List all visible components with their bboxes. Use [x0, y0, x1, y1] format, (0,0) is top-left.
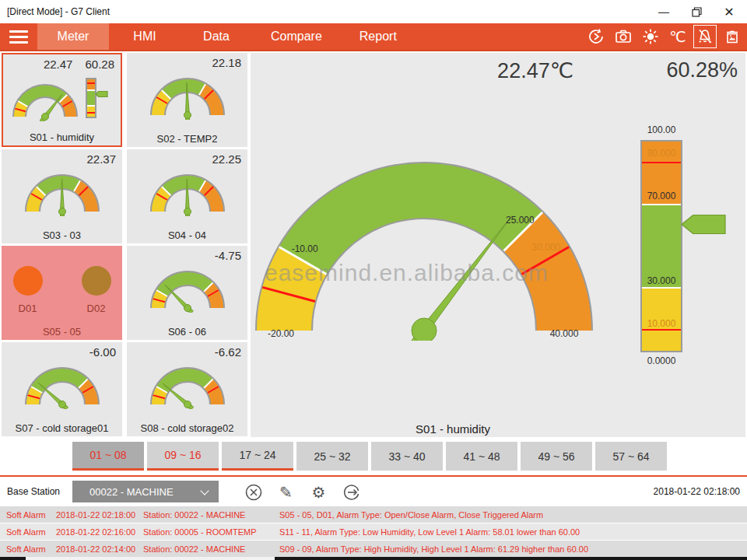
tile-label: S05 - 05 [2, 326, 122, 338]
alarm-row[interactable]: Soft Alarm2018-01-22 02:18:00Station: 00… [0, 506, 747, 523]
alarm-time: 2018-01-22 02:16:00 [56, 527, 143, 537]
alarm-station: Station: 00005 - ROOMTEMP [143, 527, 279, 537]
tile-label: S06 - 06 [127, 326, 247, 338]
tile-value: 22.4760.28 [3, 58, 114, 71]
tile-value-primary: -6.00 [89, 345, 116, 359]
bar-tick-label: 90.000 [637, 148, 686, 159]
nav-tab-meter[interactable]: Meter [37, 23, 109, 50]
meter-group-tabs: 01 ~ 0809 ~ 1617 ~ 2425 ~ 3233 ~ 4041 ~ … [72, 442, 670, 471]
cancel-icon[interactable] [243, 481, 264, 502]
sync-icon[interactable] [584, 25, 608, 48]
alarm-mute-icon[interactable] [693, 25, 717, 48]
alarm-type: Soft Alarm [6, 527, 56, 537]
horizontal-scrollbar[interactable] [0, 557, 747, 560]
channel-d01: D01 [13, 266, 43, 314]
tile-label: S02 - TEMP2 [127, 133, 247, 145]
digital-channels: D01D02 [2, 266, 122, 314]
meter-tile-s02[interactable]: 22.18S02 - TEMP2 [127, 53, 247, 147]
tile-value: -6.62 [127, 345, 241, 359]
tile-value: -4.75 [127, 249, 241, 262]
alarm-row[interactable]: Soft Alarm2018-01-22 02:16:00Station: 00… [0, 523, 747, 540]
camera-icon[interactable] [612, 25, 635, 48]
gauge-dial [8, 76, 82, 121]
meter-tile-s07[interactable]: -6.00S07 - cold storage01 [2, 342, 122, 436]
tile-label: S08 - cold storage02 [127, 422, 247, 434]
bar-tick-label: 70.000 [637, 191, 686, 201]
tile-value: 22.37 [2, 152, 116, 166]
edit-icon[interactable]: ✎ [275, 481, 296, 502]
bar-pointer-icon [681, 214, 726, 235]
meter-tile-s05[interactable]: D01D02S05 - 05 [2, 246, 122, 340]
group-tab-0108[interactable]: 01 ~ 08 [72, 442, 144, 471]
gauge-dial [145, 264, 230, 313]
meter-tile-s08[interactable]: -6.62S08 - cold storage02 [127, 342, 247, 436]
tile-label: S01 - humidity [3, 131, 121, 143]
app-window: [Direct Mode] - G7 Client — ✕ MeterHMIDa… [0, 0, 747, 560]
meter-tile-s03[interactable]: 22.37S03 - 03 [2, 149, 122, 243]
mini-bar-gauge [86, 78, 110, 120]
group-tab-2532[interactable]: 25 ~ 32 [296, 442, 368, 471]
settings-icon[interactable]: ⚙ [308, 481, 329, 502]
nav-bar: MeterHMIDataCompareReport [0, 23, 747, 51]
nav-tab-compare[interactable]: Compare [252, 23, 341, 50]
bar-pointer-icon [95, 90, 108, 98]
channel-label: D02 [87, 303, 106, 314]
tile-value-primary: -6.62 [215, 345, 241, 359]
tile-value-primary: -4.75 [215, 249, 241, 262]
minimize-icon[interactable]: — [651, 0, 677, 23]
group-tab-1724[interactable]: 17 ~ 24 [222, 442, 293, 471]
tile-value-secondary: 60.28 [85, 58, 114, 71]
tile-value-primary: 22.37 [86, 152, 116, 166]
channel-d02: D02 [82, 266, 111, 314]
title-bar: [Direct Mode] - G7 Client — ✕ [0, 0, 747, 23]
gauge-tick-label: 30.000 [532, 242, 561, 253]
clear-image-icon[interactable] [721, 25, 744, 48]
group-tab-4956[interactable]: 49 ~ 56 [521, 442, 592, 471]
toolbar-icons: ✎ ⚙ [243, 481, 362, 502]
main-meter-panel: 22.47℃ 60.28% easemind.en.alibaba.com S0… [251, 53, 745, 437]
meter-tile-s06[interactable]: -4.75S06 - 06 [127, 246, 247, 340]
group-tab-0916[interactable]: 09 ~ 16 [147, 442, 219, 471]
group-tab-4148[interactable]: 41 ~ 48 [446, 442, 517, 471]
tile-value: 22.18 [127, 56, 241, 69]
alarm-station: Station: 00022 - MACHINE [143, 510, 279, 520]
gauge-dial [145, 361, 230, 409]
tile-value: -6.00 [2, 345, 116, 359]
group-tab-5764[interactable]: 57 ~ 64 [595, 442, 667, 471]
alarm-time: 2018-01-22 02:18:00 [56, 510, 143, 520]
tile-value-primary: 22.25 [212, 152, 241, 166]
bar-gauge [86, 78, 96, 118]
alarm-list: Soft Alarm2018-01-22 02:18:00Station: 00… [0, 506, 747, 558]
tile-label: S07 - cold storage01 [2, 422, 122, 434]
channel-label: D01 [19, 303, 37, 314]
alarm-station: Station: 00022 - MACHINE [143, 544, 279, 554]
nav-tab-data[interactable]: Data [181, 23, 252, 50]
brightness-icon[interactable] [639, 25, 662, 48]
main-gauge-sensor-label: S01 - humidity [251, 422, 655, 436]
restore-icon[interactable] [683, 0, 710, 23]
scrollbar-thumb[interactable] [26, 557, 275, 560]
gauge-tick-label: -20.00 [268, 328, 294, 339]
meter-tile-s04[interactable]: 22.25S04 - 04 [127, 149, 247, 243]
group-tab-3340[interactable]: 33 ~ 40 [371, 442, 443, 471]
base-station-select[interactable]: 00022 - MACHINE [72, 481, 219, 502]
meter-tile-s01[interactable]: 22.4760.28S01 - humidity [2, 53, 122, 147]
bar-tick-label: 30.000 [637, 275, 686, 286]
gauge-dial [145, 72, 230, 120]
alarm-row[interactable]: Soft Alarm2018-01-22 02:14:00Station: 00… [0, 541, 747, 557]
base-station-value: 00022 - MACHINE [89, 486, 174, 498]
bar-tick-label: 0.0000 [637, 355, 686, 366]
close-icon[interactable]: ✕ [716, 0, 742, 23]
nav-tab-hmi[interactable]: HMI [109, 23, 181, 50]
menu-icon[interactable] [0, 23, 37, 50]
temperature-readout: 22.47℃ [449, 58, 573, 83]
nav-tabs: MeterHMIDataCompareReport [37, 23, 416, 50]
chevron-down-icon [200, 486, 209, 495]
nav-tab-report[interactable]: Report [341, 23, 416, 50]
gauge-dial [19, 361, 105, 409]
export-icon[interactable] [341, 481, 362, 502]
tile-value: 22.25 [127, 152, 241, 166]
celsius-icon[interactable]: ℃ [666, 25, 689, 48]
alarm-message: S11 - 11, Alarm Type: Low Humidity, Low … [279, 527, 580, 537]
alarm-type: Soft Alarm [6, 544, 56, 554]
